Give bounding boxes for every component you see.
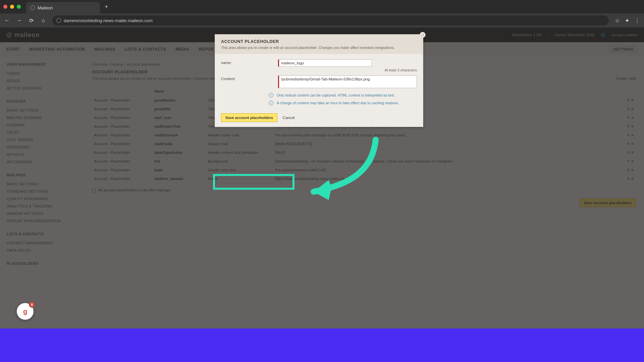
badge-count: 9 — [29, 302, 35, 308]
modal-title: ACCOUNT PLACEHOLDER — [221, 39, 417, 44]
browser-titlebar: Maileon + — [0, 0, 644, 13]
new-tab-button[interactable]: + — [105, 3, 108, 10]
reload-icon[interactable]: ⟳ — [28, 17, 34, 23]
modal-cancel-button[interactable]: Cancel — [283, 116, 295, 120]
extensions-icon[interactable]: ✦ — [625, 17, 629, 24]
info-text-1: Only textual content can be captured. HT… — [277, 93, 395, 98]
url-text: damenmotorkleding-news-mailer.maileon.co… — [64, 18, 153, 23]
content-textarea[interactable] — [278, 75, 417, 88]
maximize-window-icon[interactable] — [17, 5, 21, 9]
modal-body: name: At least 3 characters Content: i O… — [215, 54, 423, 110]
minimize-window-icon[interactable] — [10, 5, 14, 9]
name-input[interactable] — [278, 59, 372, 67]
window-controls — [3, 5, 21, 9]
badge-letter: g — [23, 308, 27, 315]
grammarly-badge[interactable]: g 9 — [17, 303, 34, 320]
close-window-icon[interactable] — [3, 5, 7, 9]
content-label: Content: — [221, 75, 278, 81]
name-label: name: — [221, 59, 278, 65]
modal-header: ACCOUNT PLACEHOLDER This area allows you… — [215, 35, 423, 54]
toolbar-right: ☆ ✦ ⋮ — [615, 17, 640, 24]
info-text-2: A change of content may take an hour to … — [277, 101, 399, 106]
address-bar[interactable]: damenmotorkleding-news-mailer.maileon.co… — [52, 15, 609, 25]
app-viewport: @maileon Newsletters: 1 EN | Damen Newsl… — [0, 27, 644, 328]
modal-footer: Save account placeholders Cancel — [215, 110, 423, 127]
browser-toolbar: ← → ⟳ ⌂ damenmotorkleding-news-mailer.ma… — [0, 13, 644, 27]
bottom-band — [0, 328, 644, 362]
info-icon: i — [269, 101, 273, 105]
tab-title: Maileon — [38, 5, 53, 10]
bookmark-icon[interactable]: ☆ — [615, 17, 620, 24]
globe-icon — [30, 5, 35, 10]
modal-subtitle: This area allows you to create or edit a… — [221, 45, 417, 50]
account-placeholder-modal: ✕ ACCOUNT PLACEHOLDER This area allows y… — [215, 34, 423, 127]
home-icon[interactable]: ⌂ — [40, 17, 46, 23]
info-icon: i — [269, 93, 273, 98]
forward-icon[interactable]: → — [16, 17, 22, 23]
browser-tab[interactable]: Maileon — [26, 2, 100, 13]
menu-icon[interactable]: ⋮ — [635, 17, 640, 24]
name-hint: At least 3 characters — [278, 68, 417, 72]
back-icon[interactable]: ← — [4, 17, 10, 23]
modal-save-button[interactable]: Save account placeholders — [221, 113, 277, 122]
site-info-icon[interactable] — [56, 18, 61, 23]
